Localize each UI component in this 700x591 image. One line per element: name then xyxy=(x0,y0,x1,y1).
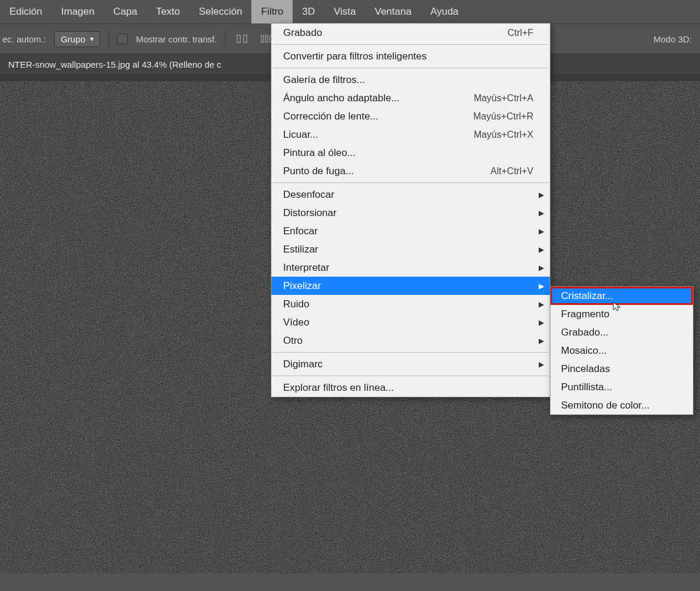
menu-item-label: Punto de fuga... xyxy=(283,165,490,177)
menu-texto[interactable]: Texto xyxy=(147,0,190,24)
submenu-arrow-icon: ▶ xyxy=(539,264,544,272)
submenu-arrow-icon: ▶ xyxy=(539,191,544,199)
menu-item-label: Explorar filtros en línea... xyxy=(283,382,533,394)
menu-item-label: Distorsionar xyxy=(283,207,533,219)
menu-item-label: Otro xyxy=(283,335,533,347)
menu-item-grabado[interactable]: Grabado Ctrl+F xyxy=(271,24,550,42)
submenu-item-mosaic[interactable]: Mosaico... xyxy=(550,341,693,360)
menu-item-label: Pixelizar xyxy=(283,280,533,292)
menu-imagen[interactable]: Imagen xyxy=(52,0,104,24)
menu-item-filter-gallery[interactable]: Galería de filtros... xyxy=(271,71,550,89)
submenu-arrow-icon: ▶ xyxy=(539,209,544,217)
menu-seleccion[interactable]: Selección xyxy=(190,0,252,24)
menu-ventana[interactable]: Ventana xyxy=(365,0,420,24)
svg-rect-3 xyxy=(266,36,268,42)
menu-item-label: Ruido xyxy=(283,298,533,310)
submenu-arrow-icon: ▶ xyxy=(539,227,544,235)
menu-item-render[interactable]: Interpretar▶ xyxy=(271,258,550,277)
mode-3d-label: Modo 3D: xyxy=(653,34,692,44)
menu-ayuda[interactable]: Ayuda xyxy=(421,0,468,24)
menu-filtro[interactable]: Filtro xyxy=(251,0,293,24)
menu-item-wide-angle[interactable]: Ángulo ancho adaptable...Mayús+Ctrl+A xyxy=(271,89,550,107)
submenu-item-mezzotint[interactable]: Grabado... xyxy=(550,323,693,341)
menu-item-distort[interactable]: Distorsionar▶ xyxy=(271,204,550,222)
menu-separator xyxy=(273,68,549,68)
menu-edicion[interactable]: Edición xyxy=(0,0,52,24)
menu-separator xyxy=(273,182,549,183)
status-bar xyxy=(0,573,700,591)
show-controls-checkbox[interactable] xyxy=(117,34,128,44)
menu-item-liquify[interactable]: Licuar...Mayús+Ctrl+X xyxy=(271,125,550,144)
menu-item-other[interactable]: Otro▶ xyxy=(271,331,550,350)
submenu-item-facet[interactable]: Pinceladas xyxy=(550,360,693,378)
separator xyxy=(225,29,225,48)
menu-item-label: Estilizar xyxy=(283,244,533,255)
separator xyxy=(108,29,109,48)
submenu-arrow-icon: ▶ xyxy=(539,282,544,290)
menu-3d[interactable]: 3D xyxy=(293,0,324,24)
menu-item-convert-smart[interactable]: Convertir para filtros inteligentes xyxy=(271,47,550,65)
menu-separator xyxy=(273,376,549,376)
menu-item-shortcut: Ctrl+F xyxy=(507,28,533,38)
filter-menu-dropdown: Grabado Ctrl+F Convertir para filtros in… xyxy=(271,23,550,397)
menu-item-shortcut: Mayús+Ctrl+X xyxy=(474,130,533,140)
menu-item-shortcut: Alt+Ctrl+V xyxy=(490,166,533,177)
menu-item-label: Vídeo xyxy=(283,317,533,328)
menu-item-shortcut: Mayús+Ctrl+R xyxy=(473,111,533,122)
menu-item-shortcut: Mayús+Ctrl+A xyxy=(474,93,533,104)
pixelate-submenu: Cristalizar... Fragmento Grabado... Mosa… xyxy=(550,286,694,415)
menu-item-label: Digimarc xyxy=(283,358,533,370)
menu-item-label: Grabado xyxy=(283,27,507,39)
svg-rect-2 xyxy=(261,36,264,42)
svg-rect-1 xyxy=(244,35,247,43)
menu-item-label: Corrección de lente... xyxy=(283,111,473,122)
submenu-arrow-icon: ▶ xyxy=(539,300,544,308)
menu-item-browse-online[interactable]: Explorar filtros en línea... xyxy=(271,378,550,397)
submenu-item-fragment[interactable]: Fragmento xyxy=(550,305,693,323)
submenu-item-crystallize[interactable]: Cristalizar... xyxy=(550,287,693,305)
show-controls-label: Mostrar contr. transf. xyxy=(136,34,217,44)
menu-item-label: Ángulo ancho adaptable... xyxy=(283,92,474,104)
menu-separator xyxy=(273,44,549,45)
menu-item-blur[interactable]: Desenfocar▶ xyxy=(271,185,550,204)
menu-item-lens-correction[interactable]: Corrección de lente...Mayús+Ctrl+R xyxy=(271,107,550,125)
menu-separator xyxy=(273,352,549,353)
submenu-item-label: Semitono de color... xyxy=(561,400,649,411)
submenu-item-label: Fragmento xyxy=(561,308,609,320)
align-icon[interactable] xyxy=(234,31,250,47)
submenu-arrow-icon: ▶ xyxy=(539,245,544,254)
group-select[interactable]: Grupo ▾ xyxy=(54,31,100,47)
menu-item-label: Galería de filtros... xyxy=(283,74,533,86)
submenu-item-label: Grabado... xyxy=(561,327,608,338)
menu-item-stylize[interactable]: Estilizar▶ xyxy=(271,240,550,258)
menu-item-noise[interactable]: Ruido▶ xyxy=(271,295,550,313)
menu-capa[interactable]: Capa xyxy=(104,0,147,24)
menu-item-vanishing-point[interactable]: Punto de fuga...Alt+Ctrl+V xyxy=(271,162,550,180)
submenu-item-label: Puntillista... xyxy=(561,381,612,393)
auto-select-label: ec. autom.: xyxy=(2,34,46,44)
menu-item-pixelate[interactable]: Pixelizar▶ xyxy=(271,277,550,295)
submenu-arrow-icon: ▶ xyxy=(539,360,544,368)
submenu-item-color-halftone[interactable]: Semitono de color... xyxy=(550,396,693,414)
submenu-item-label: Mosaico... xyxy=(561,345,606,357)
submenu-item-label: Cristalizar... xyxy=(561,290,613,302)
caret-icon: ▾ xyxy=(90,35,94,43)
document-tab[interactable]: NTER-snow_wallpapers-15.jpg al 43.4% (Re… xyxy=(2,59,227,69)
submenu-arrow-icon: ▶ xyxy=(539,337,544,345)
menu-item-label: Interpretar xyxy=(283,262,533,274)
menubar: Edición Imagen Capa Texto Selección Filt… xyxy=(0,0,700,24)
menu-item-label: Enfocar xyxy=(283,225,533,237)
svg-rect-0 xyxy=(237,35,241,43)
menu-item-sharpen[interactable]: Enfocar▶ xyxy=(271,222,550,240)
group-select-label: Grupo xyxy=(61,34,85,44)
submenu-arrow-icon: ▶ xyxy=(539,318,544,327)
submenu-item-label: Pinceladas xyxy=(561,363,610,375)
menu-vista[interactable]: Vista xyxy=(324,0,366,24)
menu-item-label: Pintura al óleo... xyxy=(283,147,533,159)
menu-item-label: Convertir para filtros inteligentes xyxy=(283,51,533,62)
menu-item-label: Licuar... xyxy=(283,129,474,141)
menu-item-digimarc[interactable]: Digimarc▶ xyxy=(271,355,550,373)
menu-item-video[interactable]: Vídeo▶ xyxy=(271,313,550,331)
menu-item-oil-paint[interactable]: Pintura al óleo... xyxy=(271,144,550,162)
submenu-item-pointillize[interactable]: Puntillista... xyxy=(550,378,693,396)
